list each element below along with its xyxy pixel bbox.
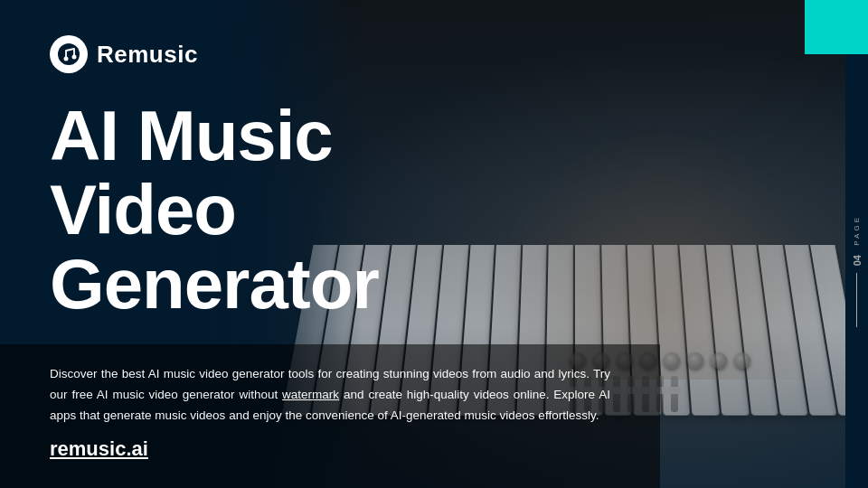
mixer-knob	[664, 352, 680, 369]
svg-point-2	[72, 55, 77, 60]
word-the: the	[285, 408, 302, 422]
logo-icon	[50, 35, 88, 73]
mixer-knob	[711, 352, 727, 369]
mixer-knob	[734, 352, 750, 369]
header: Remusic	[0, 0, 868, 108]
description-text: Discover the best AI music video generat…	[50, 364, 610, 427]
logo-container[interactable]: Remusic	[50, 35, 198, 73]
underlined-watermark: watermark	[282, 388, 339, 401]
svg-point-1	[64, 57, 69, 61]
site-link[interactable]: remusic.ai	[50, 437, 610, 461]
teal-corner-accent	[805, 0, 868, 54]
page-line-divider	[856, 273, 857, 327]
page-container: Remusic AI Music Video Generator Discove…	[0, 0, 868, 488]
page-label-text: PAGE	[853, 215, 861, 246]
word-and: and	[534, 367, 555, 380]
logo-text: Remusic	[97, 41, 198, 69]
mixer-fader	[671, 376, 678, 412]
description-section: Discover the best AI music video generat…	[0, 344, 660, 488]
hero-title-line2: Generator	[50, 244, 379, 324]
word-and2: and	[229, 408, 250, 422]
hero-section: AI Music Video Generator	[50, 99, 479, 322]
hero-title: AI Music Video Generator	[50, 99, 479, 322]
mixer-knob	[687, 352, 703, 369]
page-indicator: PAGE 04	[845, 54, 868, 488]
svg-point-0	[58, 43, 80, 65]
music-note-icon	[57, 42, 80, 66]
hero-title-line1: AI Music Video	[50, 96, 333, 249]
hand-overlay	[488, 127, 832, 380]
page-number: 04	[852, 255, 863, 266]
